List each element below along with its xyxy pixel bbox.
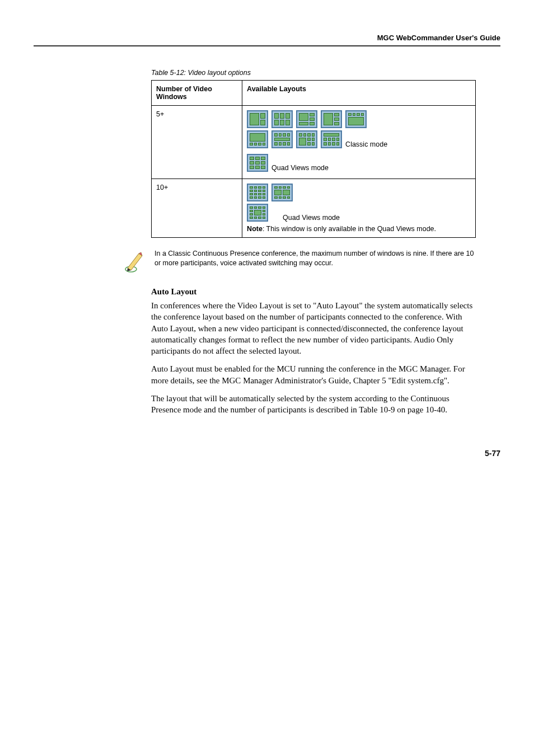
layout-icon xyxy=(296,130,317,148)
note-prefix: Note xyxy=(247,225,263,233)
layout-icon xyxy=(247,110,268,128)
table-row: 10+ xyxy=(152,179,476,238)
layout-icon xyxy=(271,110,293,128)
classic-mode-label: Classic mode xyxy=(345,140,387,148)
cell-layouts-10plus: Quad Views mode Note: This window is onl… xyxy=(242,179,476,238)
table-caption: Table 5-12: Video layout options xyxy=(151,69,476,77)
layout-icon xyxy=(247,130,268,148)
quad-note: Note: This window is only available in t… xyxy=(247,225,471,233)
layout-icon xyxy=(296,110,317,128)
layout-icon xyxy=(321,110,342,128)
note-body: : This window is only available in the Q… xyxy=(263,225,436,233)
layout-icon xyxy=(271,130,293,148)
pencil-note-icon xyxy=(123,249,146,276)
page-number: 5-77 xyxy=(34,449,500,458)
page-header-title: MGC WebCommander User's Guide xyxy=(34,34,500,42)
paragraph: The layout that will be automatically se… xyxy=(151,393,476,416)
table-row: 5+ xyxy=(152,106,476,179)
quad-mode-label: Quad Views mode xyxy=(271,164,329,172)
table-header-layouts: Available Layouts xyxy=(242,81,476,106)
quad-mode-label-10: Quad Views mode xyxy=(283,214,340,222)
info-note-text: In a Classic Continuous Presence confere… xyxy=(154,249,476,268)
paragraph: Auto Layout must be enabled for the MCU … xyxy=(151,363,476,386)
layout-icon xyxy=(247,154,268,172)
header-rule xyxy=(34,45,500,46)
section-heading-auto-layout: Auto Layout xyxy=(151,287,476,297)
info-note: In a Classic Continuous Presence confere… xyxy=(123,249,476,276)
cell-windows-10plus: 10+ xyxy=(152,179,242,238)
layout-icon xyxy=(271,184,293,201)
paragraph: In conferences where the Video Layout is… xyxy=(151,300,476,356)
layout-icon xyxy=(247,204,268,222)
layout-icon xyxy=(247,184,268,201)
layout-options-table: Number of Video Windows Available Layout… xyxy=(151,80,476,238)
table-header-windows: Number of Video Windows xyxy=(152,81,242,106)
layout-icon xyxy=(321,130,342,148)
cell-layouts-5plus: Classic mode Quad Views mode xyxy=(242,106,476,179)
layout-icon xyxy=(345,110,367,128)
cell-windows-5plus: 5+ xyxy=(152,106,242,179)
